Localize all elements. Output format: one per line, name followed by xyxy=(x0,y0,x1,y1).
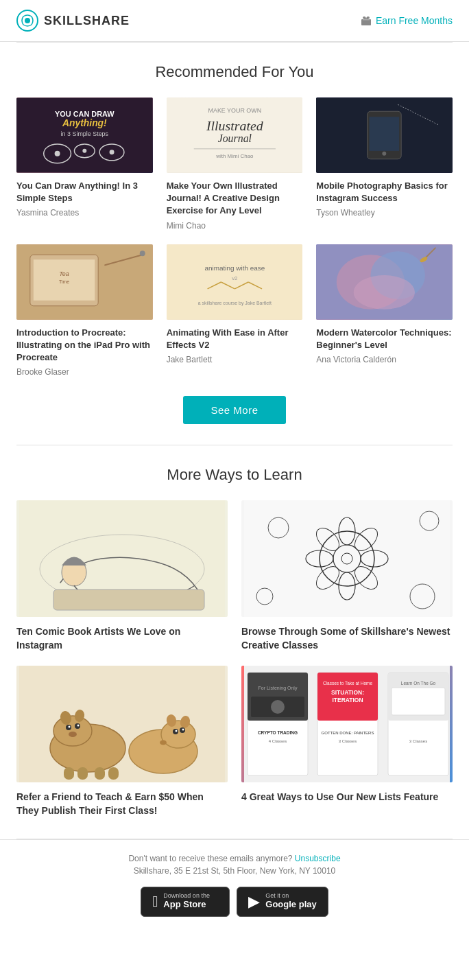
svg-rect-76 xyxy=(64,767,74,780)
course-card-3[interactable]: Mobile Photography Basics for Instagram … xyxy=(316,97,453,231)
app-buttons:  Download on the App Store ▶ Get it on … xyxy=(16,887,453,917)
svg-point-31 xyxy=(140,250,145,256)
footer: Don't want to receive these emails anymo… xyxy=(0,839,469,931)
svg-rect-77 xyxy=(77,767,88,780)
course-thumb-svg-2: MAKE YOUR OWN Illustrated Journal with M… xyxy=(167,97,303,173)
learn-card-3[interactable]: Refer a Friend to Teach & Earn $50 When … xyxy=(16,666,228,817)
app-store-button[interactable]:  Download on the App Store xyxy=(141,887,230,917)
svg-point-81 xyxy=(161,721,195,748)
svg-text:Journal: Journal xyxy=(217,132,252,144)
learn-thumb-3 xyxy=(16,666,228,782)
svg-text:a skillshare course by Jake Ba: a skillshare course by Jake Bartlett xyxy=(197,300,271,305)
learn-card-2[interactable]: Browse Through Some of Skillshare's Newe… xyxy=(241,500,453,652)
recommended-title: Recommended For You xyxy=(16,63,453,81)
svg-point-94 xyxy=(271,700,285,714)
learn-card-1[interactable]: Ten Comic Book Artists We Love on Instag… xyxy=(16,500,228,652)
svg-point-23 xyxy=(383,152,387,156)
svg-rect-49 xyxy=(53,590,204,610)
course-author-1: Yasmina Creates xyxy=(16,208,153,218)
skillshare-logo-icon xyxy=(16,10,38,32)
course-grid: YOU CAN DRAW Anything! in 3 Simple Steps… xyxy=(16,97,453,377)
learn-title-2: Browse Through Some of Skillshare's Newe… xyxy=(241,625,453,652)
footer-address: Skillshare, 35 E 21st St, 5th Floor, New… xyxy=(16,866,453,876)
svg-rect-79 xyxy=(108,767,119,780)
see-more-button[interactable]: See More xyxy=(183,396,285,424)
course-card-1[interactable]: YOU CAN DRAW Anything! in 3 Simple Steps… xyxy=(16,97,153,231)
course-card-6[interactable]: Modern Watercolor Techniques: Beginner's… xyxy=(316,244,453,377)
svg-point-75 xyxy=(69,732,77,737)
more-ways-section: More Ways to Learn xyxy=(0,445,469,838)
learn-thumb-svg-3 xyxy=(16,666,228,782)
learn-card-4[interactable]: For Listening Only CRYPTO TRADING 4 Clas… xyxy=(241,666,453,817)
svg-text:For Listening Only: For Listening Only xyxy=(258,686,298,691)
gift-icon xyxy=(361,16,372,25)
svg-point-74 xyxy=(77,725,80,727)
google-play-button[interactable]: ▶ Get it on Google play xyxy=(237,887,328,917)
course-author-6: Ana Victoria Calderón xyxy=(316,355,453,364)
svg-text:SITUATION:: SITUATION: xyxy=(331,689,364,696)
learn-title-3: Refer a Friend to Teach & Earn $50 When … xyxy=(16,791,228,817)
learn-thumb-svg-1 xyxy=(16,500,228,617)
course-card-4[interactable]: Tea Time Introduction to Procreate: Illu… xyxy=(16,244,153,377)
apple-icon:  xyxy=(152,893,158,911)
google-play-small-label: Get it on xyxy=(265,893,289,899)
app-store-small-label: Download on the xyxy=(163,893,210,899)
svg-text:in 3 Simple Steps: in 3 Simple Steps xyxy=(61,130,109,137)
svg-text:3 Classes: 3 Classes xyxy=(409,739,427,743)
earn-free-months-link[interactable]: Earn Free Months xyxy=(361,15,453,26)
svg-text:Anything!: Anything! xyxy=(62,117,107,128)
svg-rect-32 xyxy=(167,244,303,319)
svg-text:v2: v2 xyxy=(232,275,238,281)
svg-text:3 Classes: 3 Classes xyxy=(339,739,357,743)
learn-thumb-svg-2 xyxy=(241,500,453,617)
google-play-label: Google play xyxy=(265,899,316,911)
course-card-2[interactable]: MAKE YOUR OWN Illustrated Journal with M… xyxy=(167,97,303,231)
logo-text: SKILLSHARE xyxy=(44,14,130,28)
svg-text:Illustrated: Illustrated xyxy=(206,118,263,133)
app-store-label: App Store xyxy=(163,899,206,911)
learn-grid: Ten Comic Book Artists We Love on Instag… xyxy=(16,500,453,817)
footer-unsubscribe-text: Don't want to receive these emails anymo… xyxy=(16,854,453,863)
svg-rect-3 xyxy=(363,19,370,21)
svg-text:with Mimi Chao: with Mimi Chao xyxy=(215,153,254,159)
course-thumb-3 xyxy=(316,97,453,173)
svg-point-13 xyxy=(110,150,115,154)
course-author-5: Jake Bartlett xyxy=(167,355,303,364)
svg-point-87 xyxy=(182,729,184,731)
course-thumb-4: Tea Time xyxy=(16,244,153,320)
course-thumb-6 xyxy=(316,244,453,320)
course-title-1: You Can Draw Anything! In 3 Simple Steps xyxy=(16,180,153,205)
course-thumb-svg-1: YOU CAN DRAW Anything! in 3 Simple Steps xyxy=(16,97,153,173)
logo-area: SKILLSHARE xyxy=(16,10,130,32)
course-thumb-svg-6 xyxy=(316,244,453,320)
svg-text:Time: Time xyxy=(59,279,69,284)
course-card-5[interactable]: animating with ease v2 a skillshare cour… xyxy=(167,244,303,377)
svg-text:Tea: Tea xyxy=(59,270,69,277)
see-more-wrap: See More xyxy=(16,396,453,424)
recommended-section: Recommended For You YOU CAN DRAW Anythin… xyxy=(0,43,469,445)
course-author-4: Brooke Glaser xyxy=(16,367,153,377)
svg-point-68 xyxy=(53,716,92,746)
course-thumb-1: YOU CAN DRAW Anything! in 3 Simple Steps xyxy=(16,97,153,173)
course-thumb-5: animating with ease v2 a skillshare cour… xyxy=(167,244,303,320)
learn-thumb-4: For Listening Only CRYPTO TRADING 4 Clas… xyxy=(241,666,453,782)
unsubscribe-link[interactable]: Unsubscribe xyxy=(295,854,341,863)
svg-point-9 xyxy=(55,151,60,156)
svg-point-1 xyxy=(25,18,30,23)
svg-rect-22 xyxy=(370,117,400,151)
svg-rect-78 xyxy=(95,767,105,780)
svg-text:Classes to Take at Home: Classes to Take at Home xyxy=(323,681,373,686)
earn-free-months-label: Earn Free Months xyxy=(376,15,453,26)
svg-text:4 Classes: 4 Classes xyxy=(269,739,287,743)
learn-title-1: Ten Comic Book Artists We Love on Instag… xyxy=(16,625,228,652)
learn-thumb-svg-4: For Listening Only CRYPTO TRADING 4 Clas… xyxy=(241,666,453,782)
footer-unsubscribe-prefix: Don't want to receive these emails anymo… xyxy=(128,854,292,863)
course-thumb-svg-4: Tea Time xyxy=(16,244,153,320)
learn-thumb-1 xyxy=(16,500,228,617)
svg-text:CRYPTO TRADING: CRYPTO TRADING xyxy=(258,730,298,735)
svg-text:animating with ease: animating with ease xyxy=(204,264,265,272)
svg-point-86 xyxy=(176,730,178,732)
course-thumb-svg-3 xyxy=(316,97,453,173)
learn-thumb-2 xyxy=(241,500,453,617)
svg-text:GOTTEN DONE: PAINTERS: GOTTEN DONE: PAINTERS xyxy=(322,731,374,735)
